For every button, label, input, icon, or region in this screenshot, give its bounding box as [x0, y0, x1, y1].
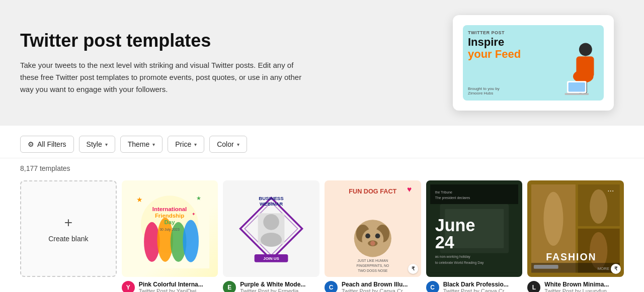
svg-text:FINGERPRINTS, NO: FINGERPRINTS, NO: [356, 264, 389, 267]
fashion-template-info: L White Brown Minima... Twitter Post by …: [527, 281, 624, 292]
template-card-dog[interactable]: FUN DOG FACT ♥ JUST LIKE HUMAN FINGERPRI…: [325, 180, 421, 292]
create-blank-thumb[interactable]: + Create blank: [20, 180, 117, 277]
webinar-template-info: E Purple & White Mode... Twitter Post by…: [223, 281, 319, 292]
intl-thumb-content: ★ ★ ✦ International Friendship Day 30 Ju…: [122, 180, 218, 277]
dog-thumb-content: FUN DOG FACT ♥ JUST LIKE HUMAN FINGERPRI…: [325, 180, 421, 277]
theme-chevron-icon: ▾: [152, 142, 155, 147]
dog-name: Peach and Brown Illu...: [342, 281, 408, 288]
intl-svg: ★ ★ ✦ International Friendship Day 30 Ju…: [130, 189, 209, 268]
svg-text:★: ★: [196, 195, 201, 201]
dog-rupee-badge: ₹: [408, 264, 418, 274]
svg-text:24: 24: [435, 233, 454, 252]
svg-text:✦: ✦: [192, 211, 196, 216]
filter-icon: ⚙: [28, 140, 34, 148]
svg-rect-6: [569, 82, 585, 91]
svg-point-39: [365, 234, 370, 239]
june-name: Black Dark Professio...: [443, 281, 509, 288]
svg-text:BUSINESS: BUSINESS: [259, 196, 284, 201]
svg-point-4: [573, 70, 594, 83]
template-card-fashion[interactable]: FASHION ··· MORE ₹ L White Brown Minima.…: [527, 180, 624, 292]
hero-title: Twitter post templates: [20, 30, 312, 51]
fashion-avatar: L: [527, 281, 540, 292]
svg-text:Day: Day: [165, 219, 176, 225]
template-card-webinar[interactable]: BUSINESS WEBINAR JOIN US E Purple & Whit…: [223, 180, 319, 292]
hero-preview-card: TWITTER POST Inspireyour Feed Brought to…: [453, 15, 614, 111]
hero-figure-illustration: [558, 40, 599, 101]
svg-text:···: ···: [608, 186, 614, 195]
june-svg: the Tribune The president declares June …: [430, 184, 519, 273]
create-blank-plus-icon: +: [64, 215, 72, 231]
june-meta: Black Dark Professio... Twitter Post by …: [443, 281, 509, 292]
svg-point-13: [183, 220, 199, 262]
svg-text:as non-working holiday: as non-working holiday: [435, 255, 470, 259]
svg-point-26: [261, 233, 282, 247]
template-thumb-webinar: BUSINESS WEBINAR JOIN US: [223, 180, 319, 277]
dog-by: Twitter Post by Canva Cr...: [342, 288, 408, 292]
hero-card-title: Inspireyour Feed: [468, 36, 521, 60]
templates-count: 8,177 templates: [0, 158, 644, 175]
hero-section: Twitter post templates Take your tweets …: [0, 0, 644, 126]
filters-bar: ⚙ All Filters Style ▾ Theme ▾ Price ▾ Co…: [0, 126, 644, 158]
intl-by: Twitter Post by YaniDwi: [139, 288, 203, 292]
intl-template-info: Y Pink Colorful Interna... Twitter Post …: [122, 281, 218, 292]
color-label: Color: [217, 140, 233, 148]
style-label: Style: [87, 140, 102, 148]
theme-label: Theme: [128, 140, 150, 148]
dog-template-info: C Peach and Brown Illu... Twitter Post b…: [325, 281, 421, 292]
hero-description: Take your tweets to the next level with …: [20, 59, 312, 95]
color-chevron-icon: ▾: [237, 142, 239, 147]
create-blank-card[interactable]: + Create blank: [20, 180, 117, 292]
color-filter-button[interactable]: Color ▾: [209, 136, 247, 153]
template-thumb-international: ★ ★ ✦ International Friendship Day 30 Ju…: [122, 180, 218, 277]
svg-text:JOIN US: JOIN US: [263, 256, 279, 260]
svg-text:International: International: [152, 206, 187, 212]
june-thumb-content: the Tribune The president declares June …: [426, 180, 523, 277]
svg-text:June: June: [435, 216, 475, 235]
fashion-meta: White Brown Minima... Twitter Post by Lu…: [544, 281, 609, 292]
svg-point-25: [263, 214, 279, 230]
price-label: Price: [175, 140, 191, 148]
price-chevron-icon: ▾: [194, 142, 197, 147]
all-filters-button[interactable]: ⚙ All Filters: [20, 136, 74, 153]
webinar-thumb-content: BUSINESS WEBINAR JOIN US: [223, 180, 319, 277]
intl-avatar: Y: [122, 281, 135, 292]
style-chevron-icon: ▾: [105, 142, 108, 147]
hero-card-subtitle: Brought to you byZimoore Hubs: [468, 86, 500, 95]
svg-text:The president declares: The president declares: [435, 196, 470, 200]
svg-text:TWO DOGS NOSE: TWO DOGS NOSE: [358, 269, 388, 272]
svg-text:30 July 2023: 30 July 2023: [160, 228, 180, 232]
template-card-june[interactable]: the Tribune The president declares June …: [426, 180, 523, 292]
template-thumb-dog: FUN DOG FACT ♥ JUST LIKE HUMAN FINGERPRI…: [325, 180, 421, 277]
fashion-name: White Brown Minima...: [544, 281, 609, 288]
svg-text:Friendship: Friendship: [155, 213, 184, 219]
fashion-rupee-badge: ₹: [611, 264, 621, 274]
webinar-avatar: E: [223, 281, 236, 292]
style-filter-button[interactable]: Style ▾: [79, 136, 115, 153]
svg-text:WEBINAR: WEBINAR: [260, 201, 283, 207]
svg-point-40: [375, 234, 380, 239]
hero-text-block: Twitter post templates Take your tweets …: [20, 30, 312, 95]
templates-grid: + Create blank ★ ★ ✦: [0, 175, 644, 292]
svg-rect-67: [534, 265, 558, 269]
svg-point-38: [362, 229, 383, 250]
count-label: 8,177 templates: [20, 164, 70, 172]
svg-point-61: [544, 192, 564, 246]
svg-text:to celebrate World Reading Day: to celebrate World Reading Day: [435, 261, 484, 265]
dog-avatar: C: [325, 281, 338, 292]
june-template-info: C Black Dark Professio... Twitter Post b…: [426, 281, 523, 292]
template-thumb-june: the Tribune The president declares June …: [426, 180, 523, 277]
theme-filter-button[interactable]: Theme ▾: [120, 136, 163, 153]
template-thumb-fashion: FASHION ··· MORE ₹: [527, 180, 624, 277]
fashion-thumb-content: FASHION ··· MORE ₹: [527, 180, 624, 277]
template-card-international[interactable]: ★ ★ ✦ International Friendship Day 30 Ju…: [122, 180, 218, 292]
svg-rect-50: [430, 184, 519, 204]
price-filter-button[interactable]: Price ▾: [168, 136, 204, 153]
june-avatar: C: [426, 281, 439, 292]
intl-name: Pink Colorful Interna...: [139, 281, 203, 288]
webinar-meta: Purple & White Mode... Twitter Post by E…: [240, 281, 305, 292]
svg-text:MORE: MORE: [598, 266, 609, 271]
webinar-svg: BUSINESS WEBINAR JOIN US: [231, 189, 311, 268]
svg-point-42: [370, 241, 375, 246]
svg-text:FASHION: FASHION: [546, 251, 597, 262]
june-by: Twitter Post by Canva Cr...: [443, 288, 509, 292]
